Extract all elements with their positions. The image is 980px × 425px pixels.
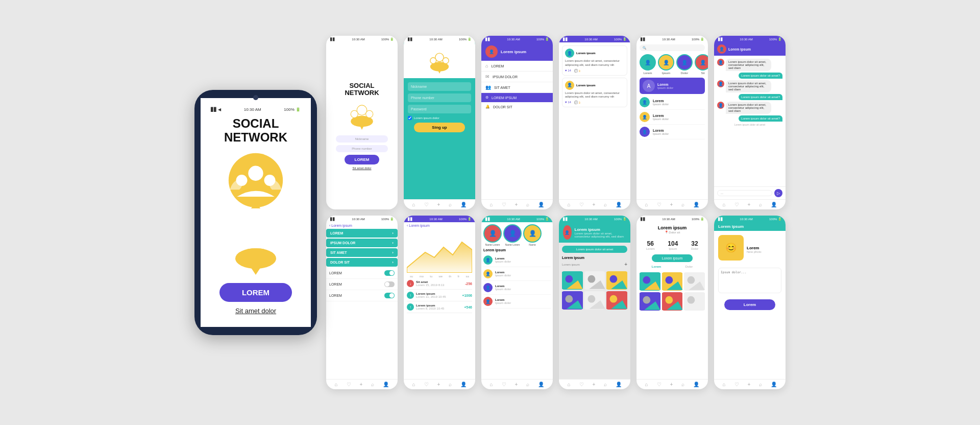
plus-icon-5: + <box>670 202 673 207</box>
phone-new-post: ▊▊ 10:30 AM 100% 🔋 Lorem ipsum 😊 Lorem N… <box>714 216 786 389</box>
footer-6: ⌂ ♡ + ⌕ 👤 <box>714 199 786 209</box>
search-icon-9: ⌕ <box>526 382 529 387</box>
toggle-3[interactable] <box>384 293 395 298</box>
chat-avatar-msg-1: 👤 <box>717 59 724 66</box>
tx-amount-2: +1006 <box>462 294 472 297</box>
user-avatar-3: 👤 <box>483 283 493 292</box>
splash-btn-1[interactable]: LOREM <box>345 155 380 164</box>
signal-6: ▊▊ <box>718 37 723 41</box>
menu-item-mail[interactable]: ✉ IPSUM DOLOR <box>481 72 553 82</box>
profile-detail-content: Lorem ipsum dolor sit amet Lorem ipsum L… <box>559 243 630 379</box>
story-avatar-b: 👤 <box>503 224 522 243</box>
bubble-me-3: Lorem ipsum dolor sit amet? <box>739 115 782 122</box>
stories-content: 👤 Name Lorem 👤 Name Lorem 👤 Name Lorem i… <box>481 222 553 379</box>
contact-avatar-2: 👤 <box>640 112 650 122</box>
stat-following-label: Dolor <box>691 247 698 250</box>
back-link-8[interactable]: ‹ Lorem ipsum <box>404 222 475 229</box>
time-10: 10:30 AM <box>584 218 597 221</box>
send-button[interactable]: ▷ <box>774 189 782 197</box>
user-sub-4: Ipsum dolor <box>495 301 511 304</box>
main-login-button[interactable]: LOREM <box>219 283 292 302</box>
signup-button[interactable]: Sing up <box>414 123 464 132</box>
profile-name-header: Lorem ipsum <box>501 50 526 54</box>
phone-field-label: Phone number <box>336 147 388 150</box>
chat-name-purple: Lorem ipsum <box>728 48 751 51</box>
chat-input[interactable] <box>717 190 772 196</box>
bubble-me-2: Lorem ipsum dolor sit amet? <box>739 94 782 100</box>
menu-label-sit: SIT AMET <box>494 86 510 89</box>
user-sub-1: Ipsum dolor <box>495 260 511 263</box>
heart-icon-8: ♡ <box>424 382 429 387</box>
menu-item-home[interactable]: ⌂ LOREM <box>481 61 553 72</box>
stat-following: 32 Dolor <box>691 240 698 250</box>
user-list-1: 👤 Lorem Ipsum dolor <box>483 253 551 267</box>
stories-horizontal: 👤 Name Lorem 👤 Name Lorem 👤 Name <box>483 224 551 246</box>
tab-dolor[interactable]: Dolor <box>685 265 693 268</box>
big-phone-screen: ▊▊ ◀ 10:30 AM 100% 🔋 SOCIAL NETWORK <box>201 98 311 327</box>
chat-content-1: Lorem ipsum dolor sit amet, consectetur … <box>726 59 782 71</box>
story-item-dolor: 👤 Dolor <box>676 54 693 75</box>
follow-buttons: Lorem ipsum <box>640 254 705 262</box>
tx-info-2: Lorem ipsum Lorem 11, 2019 10:45 <box>416 292 446 298</box>
photos-add-icon[interactable]: + <box>624 262 627 267</box>
toggle-label-2: LOREM <box>329 282 342 286</box>
heart-icon-11: ♡ <box>657 382 662 387</box>
post-meta-1: Lorem ipsum <box>576 52 596 55</box>
status-bar-2: ▊▊ 10:30 AM 100% 🔋 <box>404 36 475 42</box>
prof-photo-2 <box>662 272 683 291</box>
main-container: ▊▊ ◀ 10:30 AM 100% 🔋 SOCIAL NETWORK <box>194 36 786 389</box>
footer-2: ⌂ ♡ + ⌕ 👤 <box>404 199 475 209</box>
svg-point-37 <box>610 295 618 303</box>
profile-action-btn[interactable]: Lorem ipsum dolor sit amet <box>562 246 627 253</box>
story-item-lorem: 👤 Lorem <box>640 54 656 75</box>
contact-sub-1: Ipsum dolor <box>653 103 669 106</box>
user-icon-8: 👤 <box>460 382 467 387</box>
profile-detail-avatar: 👤 <box>563 225 572 240</box>
post-avatar-2: 👤 <box>565 81 574 90</box>
follow-btn[interactable]: Lorem ipsum <box>652 254 693 262</box>
settings-btn-ipsum[interactable]: IPSUM DOLOR › <box>326 239 398 247</box>
tx-left-1: ↓ Sit amet Lorem 15, 2019 8:13 <box>407 280 444 287</box>
bubble-them-2: Lorem ipsum dolor sit amet, consectetur … <box>726 80 771 92</box>
signal-7: ▊▊ <box>330 217 335 221</box>
signal-8: ▊▊ <box>408 217 413 221</box>
svg-point-14 <box>351 111 358 118</box>
password-input[interactable] <box>408 105 471 113</box>
contact-info-a: Lorem Ipsum dolor <box>657 83 673 89</box>
story-c: 👤 Name <box>523 224 542 246</box>
menu-item-notif[interactable]: 🔔 DOLOR SIT <box>481 102 553 111</box>
terms-checkbox[interactable] <box>408 116 412 120</box>
new-post-textarea[interactable] <box>718 268 781 293</box>
toggle-item-2: LOREM <box>326 279 398 290</box>
story-avatar-c: 👤 <box>523 224 542 243</box>
search-bar[interactable]: 🔍 <box>640 44 705 51</box>
profile-detail-name: Lorem ipsum <box>575 227 626 232</box>
signal-10: ▊▊ <box>563 217 568 221</box>
svg-point-19 <box>430 58 436 64</box>
tab-lorem[interactable]: Lorem <box>652 265 661 268</box>
phone-input[interactable] <box>408 93 471 102</box>
settings-btn-lorem[interactable]: LOREM › <box>326 229 398 238</box>
menu-item-users[interactable]: 👥 SIT AMET <box>481 82 553 93</box>
tx-info-1: Sit amet Lorem 15, 2019 8:13 <box>416 280 444 287</box>
svg-point-43 <box>665 276 673 284</box>
settings-btn-dolor[interactable]: DOLOR SIT › <box>326 258 398 267</box>
settings-btn-sit[interactable]: SIT AMET › <box>326 248 398 257</box>
menu-item-settings[interactable]: ⚙ LOREM IPSUM <box>481 93 553 102</box>
home-icon-11: ⌂ <box>645 382 648 387</box>
chat-msg-me-3: Lorem ipsum dolor sit amet? <box>717 115 782 122</box>
post-submit-button[interactable]: Lorem <box>724 299 775 310</box>
back-link-7[interactable]: ‹ Lorem ipsum <box>326 222 398 229</box>
user-list-2: 👤 Lorem Ipsum dolor <box>483 267 551 281</box>
terms-checkbox-row[interactable]: Lorem ipsum dolor <box>408 116 471 120</box>
toggle-1[interactable] <box>384 270 395 276</box>
search-icon-10: ⌕ <box>604 382 607 387</box>
nickname-input[interactable] <box>408 82 471 91</box>
story-label-a: Name Lorem <box>485 243 500 246</box>
battery-1: 100% 🔋 <box>381 37 394 41</box>
tx-left-3: ↑ Lorem ipsum Lorem 8, 2019 10:45 <box>407 303 444 311</box>
time-2: 10:30 AM <box>429 38 442 41</box>
toggle-2[interactable] <box>384 281 395 287</box>
search-icon-7: ⌕ <box>371 382 374 387</box>
new-post-user-sub: New photo <box>747 250 762 253</box>
